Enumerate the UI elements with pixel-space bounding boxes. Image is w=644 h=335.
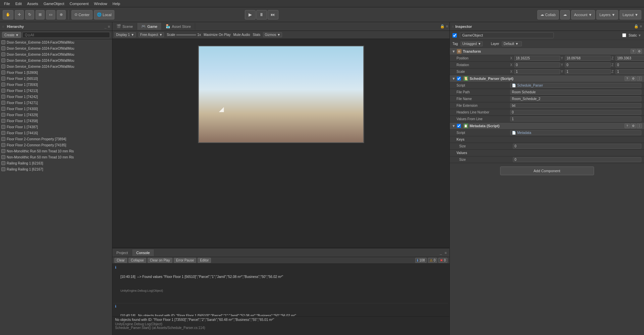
meta-script-ref[interactable]: 📄 Metadata — [510, 130, 641, 135]
scale-x-input[interactable] — [514, 69, 560, 74]
cloud-button[interactable]: ☁ — [560, 10, 570, 19]
hier-checkbox-14[interactable] — [1, 125, 5, 129]
hierarchy-item-6[interactable]: Floor Floor 1 [56510] — [0, 76, 112, 82]
pivot-button[interactable]: ⊙ Center — [71, 10, 93, 19]
hierarchy-item-0[interactable]: Door-Service_Extreme-1024-FaceOfWallMou — [0, 39, 112, 45]
hierarchy-item-10[interactable]: Floor Floor 1 [74271] — [0, 100, 112, 106]
hierarchy-item-21[interactable]: Railing Railing 1 [62167] — [0, 166, 112, 172]
hierarchy-item-8[interactable]: Floor Floor 1 [74213] — [0, 88, 112, 94]
scale-y-input[interactable] — [565, 69, 611, 74]
tab-asset-store[interactable]: 🏪 Asset Store — [162, 23, 195, 30]
hier-checkbox-0[interactable] — [1, 40, 5, 44]
scale-z-input[interactable] — [615, 69, 644, 74]
hier-checkbox-3[interactable] — [1, 58, 5, 62]
gameobject-active-checkbox[interactable] — [452, 33, 457, 38]
hier-checkbox-16[interactable] — [1, 137, 5, 141]
transform-header[interactable]: ▼ ⊕ Transform ? ⚙ — [450, 48, 644, 55]
metadata-overflow-icon[interactable]: ⋮ — [637, 124, 642, 128]
log-entry-1[interactable]: ℹ [10:40:18] No objects found with ID: "… — [114, 303, 448, 316]
layers-button[interactable]: Layers ▼ — [596, 10, 618, 19]
hierarchy-item-5[interactable]: Floor Floor 1 [53906] — [0, 69, 112, 76]
position-y-input[interactable] — [565, 56, 611, 61]
schedule-parser-overflow-icon[interactable]: ⋮ — [637, 76, 642, 81]
rotate-tool-button[interactable]: ↻ — [25, 10, 34, 19]
menu-edit[interactable]: Edit — [13, 2, 24, 6]
hierarchy-item-20[interactable]: Railing Railing 1 [62163] — [0, 160, 112, 166]
mute-control[interactable]: Mute Audio — [233, 33, 250, 37]
meta-values-size-input[interactable] — [513, 157, 641, 162]
gameobject-name-input[interactable] — [460, 32, 554, 38]
sp-valuesfrom-input[interactable] — [510, 116, 641, 122]
scale-slider[interactable] — [176, 34, 196, 36]
rotation-z-input[interactable] — [615, 62, 644, 67]
hier-checkbox-4[interactable] — [1, 64, 5, 68]
maximize-control[interactable]: Maximize On Play — [204, 33, 231, 37]
collapse-button[interactable]: Collapse — [128, 258, 146, 263]
hier-checkbox-10[interactable] — [1, 101, 5, 105]
sp-filename-input[interactable] — [510, 96, 641, 101]
hierarchy-item-19[interactable]: Non-Monolithic Run 50 mm Tread 10 mm Ris — [0, 154, 112, 160]
editor-button[interactable]: Editor — [198, 258, 211, 263]
hierarchy-item-11[interactable]: Floor Floor 1 [74300] — [0, 106, 112, 112]
menu-assets[interactable]: Assets — [24, 2, 41, 6]
position-z-input[interactable] — [615, 56, 644, 61]
hier-checkbox-7[interactable] — [1, 83, 5, 87]
hier-checkbox-19[interactable] — [1, 155, 5, 159]
sp-filepath-input[interactable] — [510, 90, 641, 95]
menu-window[interactable]: Window — [91, 2, 110, 6]
transform-tool-button[interactable]: ⊕ — [57, 10, 66, 19]
tab-game[interactable]: 🎮 Game — [137, 23, 162, 30]
hier-checkbox-1[interactable] — [1, 46, 5, 50]
collab-button[interactable]: ☁ Collab — [537, 10, 558, 19]
tag-dropdown[interactable]: Untagged ▼ — [461, 41, 483, 46]
sp-headersline-input[interactable] — [510, 110, 641, 115]
hierarchy-item-7[interactable]: Floor Floor 1 [73593] — [0, 82, 112, 88]
hier-checkbox-11[interactable] — [1, 107, 5, 111]
add-component-button[interactable]: Add Component — [500, 166, 594, 175]
rect-tool-button[interactable]: ▭ — [46, 10, 55, 19]
space-button[interactable]: 🌐 Local — [94, 10, 114, 19]
rotation-y-input[interactable] — [565, 62, 611, 67]
metadata-help-icon[interactable]: ? — [625, 124, 630, 128]
hand-tool-button[interactable]: ✋ — [3, 10, 13, 19]
stats-control[interactable]: Stats — [253, 33, 261, 37]
hierarchy-item-15[interactable]: Floor Floor 1 [74416] — [0, 130, 112, 136]
tab-close-icon[interactable]: ≡ — [446, 24, 448, 29]
hierarchy-item-17[interactable]: Floor Floor 2-Common Property [74185] — [0, 142, 112, 148]
gizmos-dropdown[interactable]: Gizmos ▼ — [263, 32, 282, 37]
hierarchy-item-2[interactable]: Door-Service_Extreme-1024-FaceOfWallMou — [0, 51, 112, 57]
hierarchy-item-9[interactable]: Floor Floor 1 [74242] — [0, 94, 112, 100]
hier-checkbox-5[interactable] — [1, 70, 5, 75]
step-button[interactable]: ⏭ — [268, 10, 278, 19]
hier-checkbox-9[interactable] — [1, 95, 5, 99]
bottom-menu-icon[interactable]: ≡ — [443, 251, 448, 255]
hier-checkbox-6[interactable] — [1, 77, 5, 81]
display-dropdown[interactable]: Display 1 ▼ — [114, 32, 136, 37]
inspector-menu-icon[interactable]: ≡ — [640, 24, 642, 29]
static-checkbox[interactable] — [622, 33, 626, 37]
play-button[interactable]: ▶ — [245, 10, 256, 19]
hierarchy-item-18[interactable]: Non-Monolithic Run 50 mm Tread 10 mm Ris — [0, 148, 112, 154]
schedule-parser-help-icon[interactable]: ? — [625, 76, 630, 81]
hierarchy-create-button[interactable]: Create ▼ — [2, 32, 21, 38]
sp-script-ref[interactable]: 📄 Schedule_Parser — [510, 83, 641, 88]
error-pause-button[interactable]: Error Pause — [174, 258, 196, 263]
hier-checkbox-2[interactable] — [1, 52, 5, 56]
metadata-enabled-checkbox[interactable] — [457, 124, 461, 128]
hier-checkbox-20[interactable] — [1, 161, 5, 165]
transform-help-icon[interactable]: ? — [631, 49, 636, 54]
menu-component[interactable]: Component — [67, 2, 91, 6]
pause-button[interactable]: ⏸ — [256, 10, 267, 19]
hier-checkbox-8[interactable] — [1, 89, 5, 93]
menu-file[interactable]: File — [1, 2, 13, 6]
hier-checkbox-21[interactable] — [1, 167, 5, 171]
tab-lock-icon[interactable]: 🔒 — [440, 24, 445, 29]
clear-on-play-button[interactable]: Clear on Play — [148, 258, 172, 263]
sp-fileext-input[interactable] — [510, 103, 641, 108]
hier-checkbox-12[interactable] — [1, 113, 5, 117]
clear-button[interactable]: Clear — [114, 258, 127, 263]
position-x-input[interactable] — [514, 56, 560, 61]
layout-button[interactable]: Layout ▼ — [620, 10, 641, 19]
menu-gameobject[interactable]: GameObject — [41, 2, 67, 6]
hierarchy-item-12[interactable]: Floor Floor 1 [74329] — [0, 112, 112, 118]
